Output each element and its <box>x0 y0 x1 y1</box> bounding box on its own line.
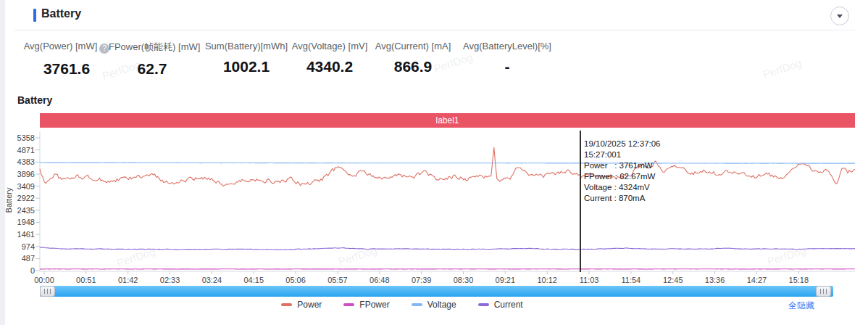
legend-label: Power <box>297 300 322 310</box>
legend-item-power[interactable]: Power <box>281 300 322 310</box>
x-tick-label: 13:36 <box>699 276 731 284</box>
grip-icon <box>820 289 827 294</box>
tooltip-line: FPower : 62.67mW <box>584 171 661 182</box>
legend-swatch <box>478 303 489 306</box>
tooltip-line: Voltage : 4324mV <box>584 182 661 193</box>
chart-legend: PowerFPowerVoltageCurrent <box>40 300 764 310</box>
legend-swatch <box>343 303 354 306</box>
tooltip-line: Power : 3761mW <box>584 160 661 171</box>
range-handle-left[interactable] <box>40 286 55 297</box>
x-tick-label: 04:15 <box>238 276 270 284</box>
grip-icon <box>44 289 51 294</box>
range-scrollbar-track[interactable] <box>40 286 833 297</box>
x-tick-label: 09:21 <box>489 276 521 284</box>
y-tick-label: 487 <box>4 254 35 263</box>
series-line-voltage <box>40 162 855 163</box>
y-tick-label: 974 <box>4 242 35 251</box>
x-tick-label: 10:12 <box>531 276 563 284</box>
legend-swatch <box>281 303 292 306</box>
x-tick-label: 07:39 <box>406 276 438 284</box>
legend-item-fpower[interactable]: FPower <box>343 300 389 310</box>
tooltip-line: 15:27:001 <box>584 149 661 160</box>
y-tick-label: 4383 <box>4 157 35 166</box>
x-tick-label: 00:00 <box>28 276 60 284</box>
y-tick-label: 3896 <box>4 170 35 178</box>
y-tick-label: 3409 <box>4 182 35 191</box>
x-tick-label: 15:18 <box>783 276 814 284</box>
legend-label: FPower <box>359 300 389 310</box>
legend-label: Current <box>494 300 523 310</box>
legend-item-current[interactable]: Current <box>478 300 523 310</box>
range-handle-right[interactable] <box>816 286 831 297</box>
series-line-power <box>40 147 855 186</box>
crosshair-line <box>580 131 581 272</box>
x-tick-label: 00:51 <box>70 276 102 284</box>
x-tick-label: 14:27 <box>740 276 772 284</box>
legend-item-voltage[interactable]: Voltage <box>412 300 456 310</box>
y-tick-label: 1948 <box>4 218 35 226</box>
y-tick-label: 1461 <box>4 230 35 239</box>
x-tick-label: 12:45 <box>657 276 689 284</box>
y-tick-label: 5358 <box>4 133 35 142</box>
x-tick-label: 11:54 <box>615 276 647 284</box>
y-tick-label: 2435 <box>4 206 35 215</box>
x-tick-label: 11:03 <box>573 276 605 284</box>
x-tick-label: 02:33 <box>154 276 186 284</box>
x-tick-label: 06:48 <box>364 276 396 284</box>
legend-label: Voltage <box>427 300 456 310</box>
tooltip-line: Current : 870mA <box>584 193 661 204</box>
y-tick-label: 2922 <box>4 194 35 202</box>
battery-panel: Battery Avg(Power) [mW]? 3761.6 FPower(帧… <box>0 0 868 325</box>
y-tick-label: 4871 <box>4 146 35 155</box>
x-tick-label: 05:06 <box>280 276 312 284</box>
x-tick-label: 01:42 <box>112 276 144 284</box>
legend-swatch <box>412 303 422 306</box>
y-tick-label: 0 <box>4 266 35 275</box>
x-tick-label: 03:24 <box>196 276 228 284</box>
chart-tooltip: 19/10/2025 12:37:0615:27:001Power : 3761… <box>584 139 661 204</box>
series-line-current <box>40 247 855 250</box>
tooltip-line: 19/10/2025 12:37:06 <box>584 139 661 149</box>
x-tick-label: 05:57 <box>322 276 354 284</box>
hide-all-link[interactable]: 全隐藏 <box>788 300 814 312</box>
x-tick-label: 08:30 <box>448 276 480 284</box>
